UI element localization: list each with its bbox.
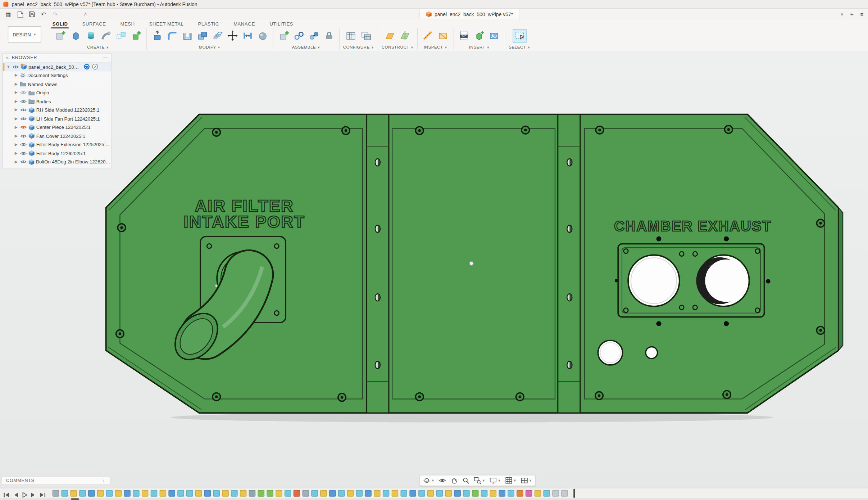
seam-strip-right[interactable] xyxy=(558,114,580,413)
visibility-eye-icon[interactable] xyxy=(20,134,27,138)
browser-item-named-views[interactable]: ▶ Named Views xyxy=(3,80,111,89)
visibility-eye-icon[interactable] xyxy=(12,64,19,69)
browser-item-component[interactable]: ▶ Filter Body Extension 12252025:... xyxy=(3,140,111,149)
create-sketch-icon[interactable] xyxy=(54,29,68,43)
timeline-scroll-thumb[interactable] xyxy=(71,498,79,500)
tab-surface[interactable]: SURFACE xyxy=(81,21,107,28)
timeline-feature-icon[interactable] xyxy=(365,490,372,497)
align-icon[interactable] xyxy=(240,29,254,43)
group-configure-label[interactable]: CONFIGURE▼ xyxy=(343,45,374,50)
save-icon[interactable] xyxy=(28,10,36,18)
timeline-feature-icon[interactable] xyxy=(133,490,140,497)
timeline-feature-icon[interactable] xyxy=(276,490,282,497)
tab-manage[interactable]: MANAGE xyxy=(232,21,256,28)
browser-item-component[interactable]: ▶ BoltOn 45Deg 2in Elbow 1226202... xyxy=(3,158,111,166)
timeline-feature-icon[interactable] xyxy=(454,490,461,497)
grid-settings-icon[interactable]: ▼ xyxy=(505,477,516,485)
timeline-feature-icon[interactable] xyxy=(374,490,381,497)
timeline-track[interactable] xyxy=(53,490,575,497)
timeline-feature-icon[interactable] xyxy=(427,490,434,497)
chevron-right-icon[interactable]: ▶ xyxy=(14,134,18,138)
model-view[interactable]: AIR FILTER INTAKE PORT CHAMBER E xyxy=(0,51,868,500)
decal-icon[interactable] xyxy=(487,29,501,43)
construction-plane-icon[interactable] xyxy=(383,29,397,43)
chevron-right-icon[interactable]: ▶ xyxy=(14,108,18,112)
viewports-icon[interactable]: ▼ xyxy=(521,477,532,485)
orbit-icon[interactable]: ▼ xyxy=(423,477,434,485)
extrude-icon[interactable] xyxy=(69,29,83,43)
tab-utilities[interactable]: UTILITIES xyxy=(268,21,294,28)
redo-icon[interactable]: ↷ xyxy=(51,10,59,18)
timeline-feature-icon[interactable] xyxy=(552,490,559,497)
chevron-right-icon[interactable]: ▶ xyxy=(14,91,18,95)
timeline-feature-icon[interactable] xyxy=(240,490,247,497)
visibility-eye-icon[interactable] xyxy=(20,151,27,156)
construction-axis-icon[interactable] xyxy=(398,29,412,43)
document-tab[interactable]: panel_enc2_back_500_wPipe v57* xyxy=(419,9,519,19)
tab-plastic[interactable]: PLASTIC xyxy=(197,21,220,28)
timeline-feature-icon[interactable] xyxy=(392,490,399,497)
timeline-feature-icon[interactable] xyxy=(231,490,238,497)
timeline-feature-icon[interactable] xyxy=(88,490,95,497)
cloud-status-icon[interactable] xyxy=(92,64,98,70)
joint-icon[interactable] xyxy=(292,29,306,43)
timeline-feature-icon[interactable] xyxy=(79,490,86,497)
section-analysis-icon[interactable] xyxy=(436,29,450,43)
browser-item-document-settings[interactable]: ▶ Document Settings xyxy=(3,71,111,80)
timeline-feature-icon[interactable] xyxy=(517,490,523,497)
workspace-switcher-button[interactable]: DESIGN ▼ xyxy=(8,26,41,43)
timeline-feature-icon[interactable] xyxy=(249,490,256,497)
browser-item-component[interactable]: ▶ RH Side Modded 12232025:1 xyxy=(3,106,111,114)
timeline-feature-icon[interactable] xyxy=(53,490,59,497)
sync-status-icon[interactable] xyxy=(84,64,90,70)
timeline-feature-icon[interactable] xyxy=(168,490,175,497)
browser-item-component[interactable]: ▶ Center Piece 12242025:1 xyxy=(3,123,111,132)
browser-minimize-icon[interactable]: — xyxy=(103,55,108,60)
chevron-right-icon[interactable]: ▶ xyxy=(14,82,18,86)
configuration-table-icon[interactable] xyxy=(344,29,358,43)
timeline-feature-icon[interactable] xyxy=(481,490,488,497)
sweep-icon[interactable] xyxy=(99,29,113,43)
rigid-group-icon[interactable] xyxy=(322,29,336,43)
zoom-icon[interactable] xyxy=(462,477,470,485)
timeline-feature-icon[interactable] xyxy=(151,490,158,497)
group-assemble-label[interactable]: ASSEMBLE▼ xyxy=(292,45,321,50)
timeline-feature-icon[interactable] xyxy=(195,490,202,497)
timeline-feature-icon[interactable] xyxy=(383,490,390,497)
timeline-feature-icon[interactable] xyxy=(258,490,264,497)
chevron-right-icon[interactable]: ▶ xyxy=(14,117,18,121)
timeline-feature-icon[interactable] xyxy=(436,490,443,497)
visibility-eye-icon[interactable] xyxy=(20,99,27,104)
timeline-feature-icon[interactable] xyxy=(222,490,229,497)
offset-face-icon[interactable] xyxy=(210,29,224,43)
browser-item-bodies[interactable]: ▶ Bodies xyxy=(3,97,111,106)
browser-collapse-icon[interactable]: « xyxy=(6,55,9,60)
visibility-eye-icon[interactable] xyxy=(20,117,27,121)
visibility-eye-icon[interactable] xyxy=(20,108,27,112)
pan-icon[interactable] xyxy=(450,477,458,485)
revolve-icon[interactable] xyxy=(84,29,98,43)
timeline-position-marker[interactable] xyxy=(573,489,575,498)
file-menu-icon[interactable] xyxy=(16,10,24,18)
new-body-icon[interactable] xyxy=(129,29,143,43)
fillet-icon[interactable] xyxy=(165,29,179,43)
group-create-label[interactable]: CREATE▼ xyxy=(87,45,109,50)
visibility-eye-icon[interactable] xyxy=(20,160,27,164)
timeline-feature-icon[interactable] xyxy=(463,490,470,497)
pattern-icon[interactable] xyxy=(114,29,128,43)
timeline-feature-icon[interactable] xyxy=(303,490,309,497)
group-inspect-label[interactable]: INSPECT▼ xyxy=(424,45,447,50)
tab-solid[interactable]: SOLID xyxy=(51,21,69,28)
timeline-feature-icon[interactable] xyxy=(356,490,363,497)
app-grid-icon[interactable]: ▦ xyxy=(4,10,12,18)
seam-strip-left[interactable] xyxy=(367,114,389,413)
timeline-feature-icon[interactable] xyxy=(535,490,541,497)
group-modify-label[interactable]: MODIFY▼ xyxy=(199,45,221,50)
timeline-feature-icon[interactable] xyxy=(142,490,149,497)
tab-menu-icon[interactable]: ≡ xyxy=(860,11,864,17)
visibility-eye-icon[interactable] xyxy=(20,91,27,95)
fit-icon[interactable]: ▼ xyxy=(474,477,485,485)
timeline-feature-icon[interactable] xyxy=(97,490,104,497)
timeline-feature-icon[interactable] xyxy=(124,490,131,497)
timeline-feature-icon[interactable] xyxy=(445,490,452,497)
